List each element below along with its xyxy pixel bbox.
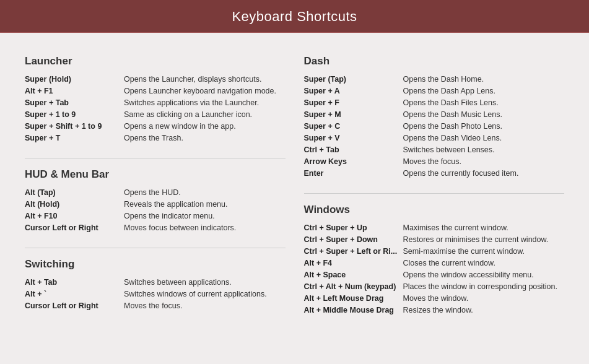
shortcut-desc: Moves focus between indicators. [124,223,286,232]
shortcut-desc: Opens Launcher keyboard navigation mode. [124,87,286,95]
switching-title: Switching [25,258,286,271]
shortcut-key: Enter [304,169,403,178]
shortcut-key: Super + T [25,134,124,142]
right-column: Dash Super (Tap)Opens the Dash Home.Supe… [304,45,565,352]
shortcut-desc: Switches between Lenses. [403,145,565,154]
shortcut-key: Ctrl + Alt + Num (keypad) [304,282,403,291]
shortcut-row: Ctrl + Super + DownRestores or minimises… [304,235,565,244]
shortcut-desc: Opens a new window in the app. [124,122,286,131]
shortcut-desc: Semi-maximise the current window. [403,247,565,256]
shortcut-key: Arrow Keys [304,157,403,166]
shortcut-row: Alt + Middle Mouse DragResizes the windo… [304,306,565,314]
shortcut-row: Alt + F10Opens the indicator menu. [25,212,286,220]
shortcut-desc: Moves the focus. [403,157,565,166]
shortcut-row: Cursor Left or RightMoves the focus. [25,301,286,310]
hud-title: HUD & Menu Bar [25,168,286,181]
hud-section: HUD & Menu Bar Alt (Tap)Opens the HUD.Al… [25,158,286,248]
shortcut-desc: Opens the Dash Home. [403,75,565,84]
shortcut-desc: Same as clicking on a Launcher icon. [124,110,286,119]
shortcut-key: Ctrl + Super + Down [304,235,403,244]
shortcut-desc: Moves the window. [403,294,565,303]
page-title: Keyboard Shortcuts [12,9,577,25]
shortcut-row: Super + MOpens the Dash Music Lens. [304,110,565,119]
shortcut-row: Super + Shift + 1 to 9Opens a new window… [25,122,286,131]
shortcut-key: Super + F [304,98,403,107]
shortcut-row: Alt + SpaceOpens the window accessibilit… [304,271,565,279]
switching-shortcuts: Alt + TabSwitches between applications.A… [25,278,286,310]
shortcut-key: Ctrl + Super + Up [304,223,403,232]
shortcut-desc: Restores or minimises the current window… [403,235,565,244]
launcher-section: Launcher Super (Hold)Opens the Launcher,… [25,45,286,158]
shortcut-key: Alt (Hold) [25,200,124,209]
shortcut-key: Alt + ` [25,290,124,298]
shortcut-key: Alt + Left Mouse Drag [304,294,403,303]
shortcut-row: Alt (Tap)Opens the HUD. [25,188,286,197]
shortcut-key: Super + Tab [25,98,124,107]
dash-title: Dash [304,55,565,67]
shortcut-desc: Switches windows of current applications… [124,290,286,298]
app-window: Keyboard Shortcuts Launcher Super (Hold)… [0,0,589,364]
shortcut-key: Alt + Space [304,271,403,279]
shortcut-desc: Reveals the application menu. [124,200,286,209]
shortcut-key: Super + A [304,87,403,95]
windows-shortcuts: Ctrl + Super + UpMaximises the current w… [304,223,565,314]
content-area: Launcher Super (Hold)Opens the Launcher,… [0,33,589,364]
shortcut-key: Alt + Tab [25,278,124,287]
shortcut-key: Super + V [304,134,403,142]
shortcut-row: Arrow KeysMoves the focus. [304,157,565,166]
shortcut-key: Super + Shift + 1 to 9 [25,122,124,131]
shortcut-row: Cursor Left or RightMoves focus between … [25,223,286,232]
shortcut-row: Alt + `Switches windows of current appli… [25,290,286,298]
shortcut-key: Alt + F1 [25,87,124,95]
shortcut-row: Super + 1 to 9Same as clicking on a Laun… [25,110,286,119]
shortcut-desc: Resizes the window. [403,306,565,314]
title-bar: Keyboard Shortcuts [0,0,589,33]
launcher-shortcuts: Super (Hold)Opens the Launcher, displays… [25,75,286,142]
shortcut-row: Super (Tap)Opens the Dash Home. [304,75,565,84]
shortcut-row: Super + FOpens the Dash Files Lens. [304,98,565,107]
shortcut-row: Super + TabSwitches applications via the… [25,98,286,107]
shortcut-desc: Opens the Dash Photo Lens. [403,122,565,131]
shortcut-row: Ctrl + TabSwitches between Lenses. [304,145,565,154]
switching-section: Switching Alt + TabSwitches between appl… [25,248,286,326]
hud-shortcuts: Alt (Tap)Opens the HUD.Alt (Hold)Reveals… [25,188,286,232]
shortcut-desc: Opens the window accessibility menu. [403,271,565,279]
shortcut-key: Alt + Middle Mouse Drag [304,306,403,314]
shortcut-key: Ctrl + Tab [304,145,403,154]
shortcut-key: Cursor Left or Right [25,301,124,310]
shortcut-key: Cursor Left or Right [25,223,124,232]
shortcut-desc: Maximises the current window. [403,223,565,232]
shortcut-row: Super + VOpens the Dash Video Lens. [304,134,565,142]
windows-title: Windows [304,204,565,216]
shortcut-row: Alt + Left Mouse DragMoves the window. [304,294,565,303]
shortcut-desc: Opens the indicator menu. [124,212,286,220]
windows-section: Windows Ctrl + Super + UpMaximises the c… [304,194,565,330]
shortcut-key: Super (Hold) [25,75,124,84]
shortcut-row: Ctrl + Super + Left or Ri...Semi-maximis… [304,247,565,256]
shortcut-desc: Opens the Dash Video Lens. [403,134,565,142]
shortcut-desc: Switches between applications. [124,278,286,287]
shortcut-desc: Opens the currently focused item. [403,169,565,178]
shortcut-row: Alt + TabSwitches between applications. [25,278,286,287]
dash-shortcuts: Super (Tap)Opens the Dash Home.Super + A… [304,75,565,178]
shortcut-key: Alt + F10 [25,212,124,220]
shortcut-row: Ctrl + Alt + Num (keypad)Places the wind… [304,282,565,291]
shortcut-row: Super + TOpens the Trash. [25,134,286,142]
shortcut-row: Super (Hold)Opens the Launcher, displays… [25,75,286,84]
shortcut-key: Super + M [304,110,403,119]
shortcut-row: Ctrl + Super + UpMaximises the current w… [304,223,565,232]
shortcut-key: Super + 1 to 9 [25,110,124,119]
shortcut-desc: Opens the Trash. [124,134,286,142]
shortcut-row: Super + AOpens the Dash App Lens. [304,87,565,95]
shortcut-desc: Opens the HUD. [124,188,286,197]
shortcut-desc: Opens the Dash App Lens. [403,87,565,95]
launcher-title: Launcher [25,55,286,67]
shortcut-desc: Opens the Dash Files Lens. [403,98,565,107]
dash-section: Dash Super (Tap)Opens the Dash Home.Supe… [304,45,565,194]
shortcut-desc: Moves the focus. [124,301,286,310]
shortcut-desc: Switches applications via the Launcher. [124,98,286,107]
shortcut-row: Alt (Hold)Reveals the application menu. [25,200,286,209]
shortcut-row: Alt + F4Closes the current window. [304,259,565,267]
shortcut-desc: Places the window in corresponding posit… [403,282,565,291]
shortcut-key: Super (Tap) [304,75,403,84]
